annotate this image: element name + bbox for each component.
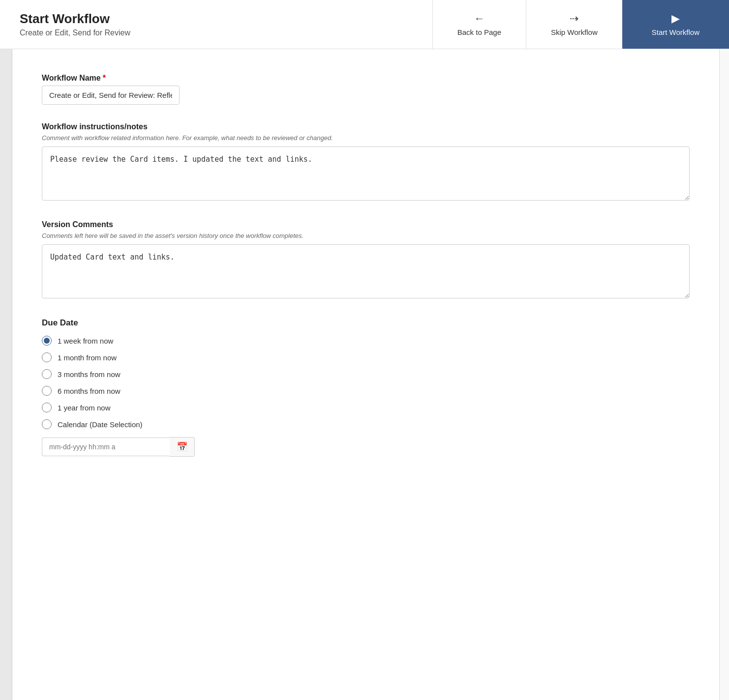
due-date-option-year[interactable]: 1 year from now <box>42 403 690 412</box>
radio-calendar[interactable] <box>42 419 52 429</box>
radio-week[interactable] <box>42 336 52 346</box>
workflow-instructions-label: Workflow instructions/notes <box>42 122 690 131</box>
radio-calendar-label[interactable]: Calendar (Date Selection) <box>58 420 143 429</box>
due-date-radio-group: 1 week from now 1 month from now 3 month… <box>42 336 690 429</box>
start-icon: ▶ <box>671 12 680 25</box>
radio-three-months-label[interactable]: 3 months from now <box>58 370 121 379</box>
sidebar-strip <box>0 49 12 700</box>
radio-week-label[interactable]: 1 week from now <box>58 337 113 345</box>
date-picker-input[interactable] <box>42 438 170 456</box>
radio-six-months[interactable] <box>42 386 52 396</box>
header-title: Start Workflow <box>20 11 413 27</box>
right-panel <box>719 49 729 700</box>
start-workflow-button[interactable]: ▶ Start Workflow <box>622 0 729 49</box>
calendar-button[interactable]: 📅 <box>170 437 195 457</box>
back-to-page-button[interactable]: ← Back to Page <box>432 0 526 49</box>
radio-year-label[interactable]: 1 year from now <box>58 404 111 412</box>
skip-workflow-button[interactable]: ⇢ Skip Workflow <box>526 0 622 49</box>
back-button-label: Back to Page <box>457 28 501 36</box>
version-comments-label: Version Comments <box>42 220 690 229</box>
due-date-section: Due Date 1 week from now 1 month from no… <box>42 318 690 457</box>
main-layout: Workflow Name * Workflow instructions/no… <box>0 49 729 700</box>
workflow-name-group: Workflow Name * <box>42 74 690 105</box>
version-comments-group: Version Comments Comments left here will… <box>42 220 690 300</box>
due-date-option-six-months[interactable]: 6 months from now <box>42 386 690 396</box>
radio-three-months[interactable] <box>42 369 52 379</box>
header: Start Workflow Create or Edit, Send for … <box>0 0 729 49</box>
workflow-instructions-textarea[interactable]: Please review the Card items. I updated … <box>42 146 690 201</box>
due-date-option-three-months[interactable]: 3 months from now <box>42 369 690 379</box>
workflow-instructions-group: Workflow instructions/notes Comment with… <box>42 122 690 203</box>
calendar-icon: 📅 <box>177 441 187 452</box>
version-comments-hint: Comments left here will be saved in the … <box>42 232 690 239</box>
workflow-instructions-hint: Comment with workflow related informatio… <box>42 134 690 142</box>
version-comments-textarea[interactable]: Updated Card text and links. <box>42 244 690 298</box>
radio-month-label[interactable]: 1 month from now <box>58 353 117 362</box>
skip-button-label: Skip Workflow <box>551 28 598 36</box>
required-star: * <box>103 74 106 83</box>
due-date-option-month[interactable]: 1 month from now <box>42 352 690 362</box>
header-subtitle: Create or Edit, Send for Review <box>20 29 413 37</box>
due-date-option-week[interactable]: 1 week from now <box>42 336 690 346</box>
header-actions: ← Back to Page ⇢ Skip Workflow ▶ Start W… <box>432 0 729 49</box>
header-left: Start Workflow Create or Edit, Send for … <box>0 0 432 49</box>
back-arrow-icon: ← <box>474 12 485 25</box>
workflow-name-label: Workflow Name * <box>42 74 690 83</box>
skip-icon: ⇢ <box>570 12 578 25</box>
due-date-option-calendar[interactable]: Calendar (Date Selection) <box>42 419 690 429</box>
radio-year[interactable] <box>42 403 52 412</box>
date-picker-row: 📅 <box>42 437 690 457</box>
radio-month[interactable] <box>42 352 52 362</box>
radio-six-months-label[interactable]: 6 months from now <box>58 387 121 395</box>
start-button-label: Start Workflow <box>652 28 699 36</box>
workflow-name-input[interactable] <box>42 86 180 105</box>
main-content: Workflow Name * Workflow instructions/no… <box>12 49 719 700</box>
due-date-label: Due Date <box>42 318 690 328</box>
